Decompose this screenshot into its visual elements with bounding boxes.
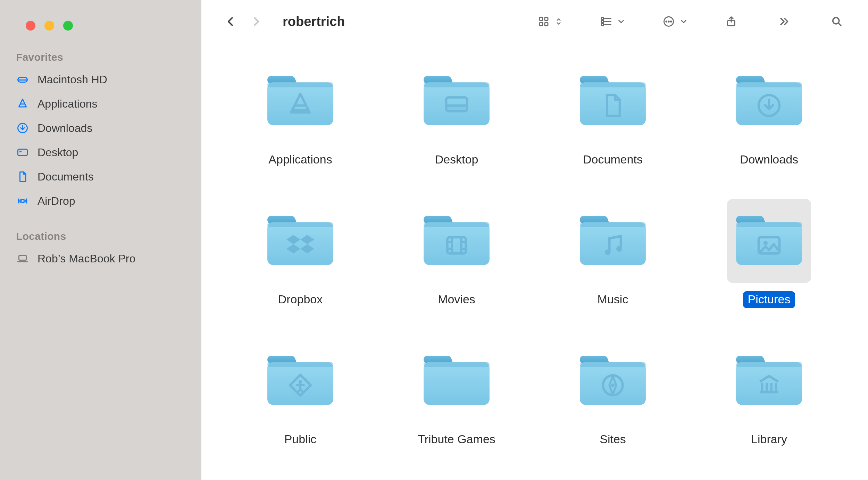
folder-icon: [727, 199, 811, 283]
folder-label: Public: [279, 431, 322, 448]
sidebar-item-airdrop[interactable]: AirDrop: [14, 189, 191, 213]
folder-item-sites[interactable]: Sites: [542, 339, 684, 448]
sidebar-item-label: Documents: [37, 170, 94, 183]
sidebar-item-documents[interactable]: Documents: [14, 165, 191, 189]
folder-label: Downloads: [735, 151, 803, 168]
close-window-button[interactable]: [26, 21, 35, 31]
zoom-window-button[interactable]: [63, 21, 73, 31]
updown-icon: [554, 12, 563, 31]
folder-item-movies[interactable]: Movies: [385, 199, 528, 308]
sidebar-item-downloads[interactable]: Downloads: [14, 116, 191, 140]
folder-label: Desktop: [430, 151, 483, 168]
action-menu-button[interactable]: [659, 12, 688, 31]
download-circle-icon: [15, 121, 30, 135]
apps-icon: [15, 96, 30, 111]
document-icon: [15, 169, 30, 184]
content-pane: robertrich ApplicationsDeskt: [201, 0, 868, 480]
folder-label: Documents: [578, 151, 648, 168]
folder-item-desktop[interactable]: Desktop: [385, 59, 528, 168]
sidebar-item-this-mac[interactable]: Rob’s MacBook Pro: [14, 246, 191, 271]
folder-icon: [727, 339, 811, 423]
folder-label: Sites: [595, 431, 631, 448]
sidebar-item-label: Macintosh HD: [37, 73, 107, 86]
sidebar-item-applications[interactable]: Applications: [14, 92, 191, 116]
chevron-down-icon: [617, 12, 626, 31]
folder-item-public[interactable]: Public: [229, 339, 372, 448]
chevron-down-icon: [679, 12, 688, 31]
folder-label: Applications: [264, 151, 337, 168]
folder-item-pictures[interactable]: Pictures: [698, 199, 840, 308]
folder-icon: [258, 339, 342, 423]
folder-label: Dropbox: [273, 291, 328, 308]
group-by-control[interactable]: [596, 12, 626, 31]
view-mode-control[interactable]: [534, 12, 563, 31]
window-controls: [14, 10, 191, 48]
laptop-icon: [15, 251, 30, 266]
folder-icon: [571, 339, 655, 423]
sidebar: Favorites Macintosh HD Applications Down…: [0, 0, 201, 480]
folder-item-applications[interactable]: Applications: [229, 59, 372, 168]
folder-item-tribute-games[interactable]: Tribute Games: [385, 339, 528, 448]
folder-label: Movies: [433, 291, 480, 308]
folder-item-downloads[interactable]: Downloads: [698, 59, 840, 168]
search-button[interactable]: [827, 12, 846, 31]
sidebar-item-macintosh-hd[interactable]: Macintosh HD: [14, 67, 191, 92]
share-button[interactable]: [721, 12, 741, 31]
forward-button[interactable]: [247, 12, 266, 31]
more-circle-icon: [659, 12, 678, 31]
folder-icon: [258, 59, 342, 143]
window-title: robertrich: [272, 14, 528, 29]
sidebar-item-label: Desktop: [37, 146, 78, 159]
folder-item-library[interactable]: Library: [698, 339, 840, 448]
folder-icon: [415, 199, 499, 283]
sidebar-item-label: AirDrop: [37, 195, 75, 208]
folder-icon: [415, 59, 499, 143]
airdrop-icon: [15, 194, 30, 208]
minimize-window-button[interactable]: [44, 21, 54, 31]
sidebar-item-label: Rob’s MacBook Pro: [37, 252, 135, 265]
toolbar-overflow-button[interactable]: [774, 12, 794, 31]
folder-item-dropbox[interactable]: Dropbox: [229, 199, 372, 308]
folder-label: Pictures: [743, 291, 795, 308]
locations-header: Locations: [14, 227, 191, 246]
sidebar-item-label: Downloads: [37, 122, 92, 135]
folder-label: Library: [746, 431, 792, 448]
folder-icon: [258, 199, 342, 283]
folder-icon: [571, 59, 655, 143]
sidebar-item-label: Applications: [37, 98, 98, 110]
folder-item-music[interactable]: Music: [542, 199, 684, 308]
grid-view-icon: [534, 12, 553, 31]
folder-icon: [571, 199, 655, 283]
favorites-header: Favorites: [14, 48, 191, 67]
desktop-icon: [15, 145, 30, 160]
folder-label: Music: [593, 291, 633, 308]
sidebar-item-desktop[interactable]: Desktop: [14, 140, 191, 165]
toolbar: robertrich: [201, 0, 868, 42]
folder-grid: ApplicationsDesktopDocumentsDownloadsDro…: [201, 42, 868, 480]
folder-icon: [415, 339, 499, 423]
finder-window: Favorites Macintosh HD Applications Down…: [0, 0, 868, 480]
folder-label: Tribute Games: [413, 431, 500, 448]
group-view-icon: [596, 12, 616, 31]
folder-item-documents[interactable]: Documents: [542, 59, 684, 168]
hdd-icon: [15, 72, 30, 87]
folder-icon: [727, 59, 811, 143]
back-button[interactable]: [221, 12, 240, 31]
